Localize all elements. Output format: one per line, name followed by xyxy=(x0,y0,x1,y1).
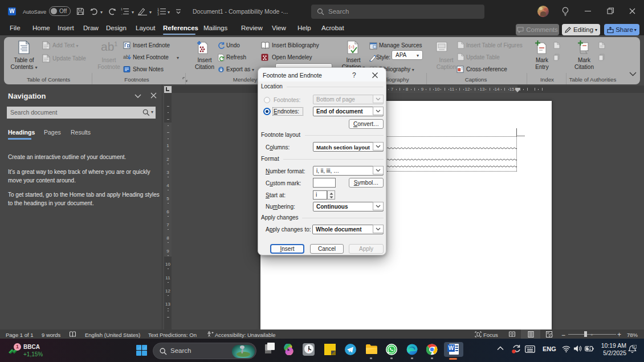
svg-text:3: 3 xyxy=(157,13,159,15)
svg-text:1: 1 xyxy=(121,7,123,11)
svg-text:-: - xyxy=(121,13,123,16)
svg-text:(–): (–) xyxy=(349,44,354,49)
svg-text:ab: ab xyxy=(123,54,129,60)
